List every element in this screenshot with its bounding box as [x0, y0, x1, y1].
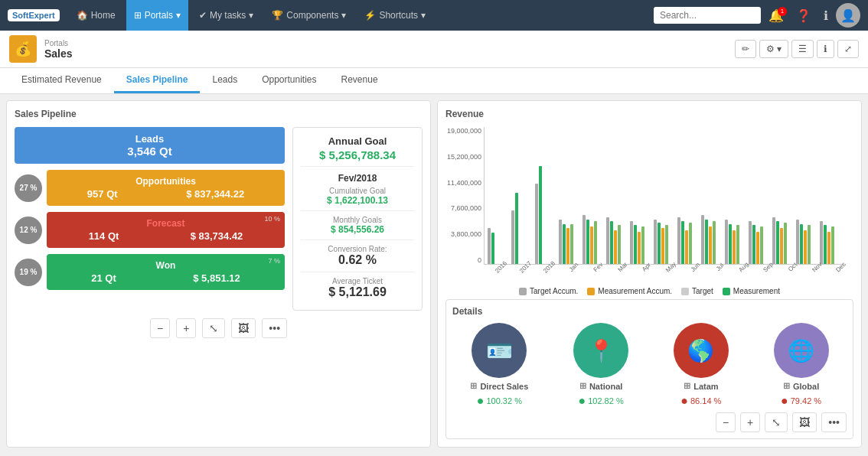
conversion-rate-value: 0.62 % — [301, 253, 414, 267]
nav-components[interactable]: 🏆 Components ▾ — [264, 0, 354, 31]
top-navigation: SoftExpert 🏠 Home ⊞ Portals ▾ ✔ My tasks… — [0, 0, 868, 31]
chart-bar — [736, 225, 739, 264]
edit-button[interactable]: ✏ — [735, 40, 756, 58]
help-icon[interactable]: ❓ — [791, 8, 816, 23]
opportunities-qty: 957 Qt — [87, 188, 118, 200]
fullscreen-button[interactable]: ⤢ — [837, 40, 859, 58]
zoom-out-button[interactable]: − — [150, 318, 170, 338]
detail-card: 🌎⊞ Latam● 86.14 % — [674, 323, 729, 408]
details-fit[interactable]: ⤡ — [765, 412, 788, 432]
chart-bars — [485, 127, 846, 264]
won-amount: $ 5,851.12 — [193, 272, 240, 284]
chart-bar — [784, 223, 787, 264]
info-icon[interactable]: ℹ — [819, 8, 833, 23]
chart-bar — [582, 215, 586, 264]
bar-group — [511, 193, 534, 264]
chart-bar — [539, 166, 542, 264]
funnel-opportunities-row: 27 % Opportunities 957 Qt $ 837,344.22 — [15, 170, 285, 206]
average-ticket-label: Average Ticket — [301, 277, 414, 285]
opportunities-pct: 27 % — [15, 174, 42, 202]
search-input[interactable] — [654, 7, 761, 24]
forecast-label: Forecast — [53, 218, 279, 229]
legend-target-accum: Target Accum. — [519, 287, 578, 295]
nav-home[interactable]: 🏠 Home — [69, 0, 123, 31]
revenue-chart: 19,000,000 15,200,000 11,400,000 7,600,0… — [484, 127, 846, 265]
monthly-goal-amount: $ 854,556.26 — [301, 224, 414, 235]
fit-button[interactable]: ⤡ — [202, 318, 225, 338]
more-button[interactable]: ••• — [262, 318, 287, 338]
tabs-bar: Estimated Revenue Sales Pipeline Leads O… — [0, 68, 868, 94]
info-detail-button[interactable]: ℹ — [817, 40, 834, 58]
chart-bar — [586, 220, 589, 264]
details-image[interactable]: 🖼 — [792, 412, 817, 432]
detail-card-pct: ● 86.14 % — [680, 394, 721, 408]
tab-leads[interactable]: Leads — [200, 68, 250, 93]
right-panel: Revenue 19,000,000 15,200,000 11,400,000… — [437, 100, 862, 448]
conversion-rate-label: Conversion Rate: — [301, 245, 414, 253]
won-pct: 19 % — [15, 259, 42, 286]
page-icon: 💰 — [9, 35, 37, 63]
tab-sales-pipeline[interactable]: Sales Pipeline — [114, 68, 201, 93]
revenue-section: Revenue 19,000,000 15,200,000 11,400,000… — [445, 109, 853, 293]
pipeline-toolbar: − + ⤡ 🖼 ••• — [15, 318, 423, 338]
image-button[interactable]: 🖼 — [231, 318, 256, 338]
bar-group — [772, 217, 795, 264]
tab-estimated-revenue[interactable]: Estimated Revenue — [9, 68, 114, 93]
chart-bar — [614, 230, 617, 264]
monthly-goal-label: Monthly Goals — [301, 216, 414, 224]
chart-bar — [729, 224, 732, 265]
chart-bar — [566, 228, 569, 264]
user-avatar[interactable]: 👤 — [836, 3, 860, 28]
leads-label: Leads — [24, 133, 276, 145]
chart-bar — [709, 226, 712, 264]
filter-button[interactable]: ☰ — [791, 40, 814, 58]
settings-button[interactable]: ⚙ ▾ — [759, 40, 788, 58]
pipeline-title: Sales Pipeline — [15, 109, 423, 119]
bar-group — [677, 217, 700, 264]
won-badge-pct: 7 % — [268, 257, 280, 265]
chart-bar — [515, 193, 518, 264]
opportunities-amount: $ 837,344.22 — [186, 188, 244, 200]
forecast-pct: 12 % — [15, 217, 42, 244]
bar-group — [606, 217, 629, 264]
chart-bar — [634, 225, 637, 264]
bar-group — [630, 221, 653, 264]
page-title-section: Portals Sales — [44, 39, 727, 60]
forecast-badge-pct: 10 % — [264, 215, 280, 223]
nav-tasks[interactable]: ✔ My tasks ▾ — [191, 0, 261, 31]
chart-bar — [606, 217, 609, 264]
chart-bar — [488, 228, 491, 264]
chart-bar — [658, 223, 661, 264]
legend-measurement-accum: Measurement Accum. — [587, 287, 672, 295]
chart-bar — [654, 220, 657, 264]
sales-pipeline-panel: Sales Pipeline Leads 3,546 Qt 27 % Oppor… — [6, 100, 431, 448]
details-more[interactable]: ••• — [821, 412, 847, 432]
details-zoom-out[interactable]: − — [716, 412, 736, 432]
cumulative-goal-label: Cumulative Goal — [301, 187, 414, 195]
chart-bar — [808, 225, 811, 264]
detail-card-name: ⊞ Direct Sales — [470, 381, 528, 391]
chart-bar — [594, 221, 597, 264]
revenue-title: Revenue — [445, 109, 853, 119]
details-zoom-in[interactable]: + — [740, 412, 760, 432]
funnel-forecast: Forecast 10 % 114 Qt $ 83,734.42 — [47, 212, 285, 248]
details-section: Details 🪪⊞ Direct Sales● 100.32 %📍⊞ Nati… — [445, 299, 853, 439]
tab-revenue[interactable]: Revenue — [329, 68, 390, 93]
annual-goal-amount: $ 5,256,788.34 — [301, 148, 414, 161]
chart-bar — [610, 221, 613, 264]
detail-card-pct: ● 79.42 % — [781, 394, 821, 408]
chart-bar — [831, 226, 834, 264]
main-content: Sales Pipeline Leads 3,546 Qt 27 % Oppor… — [0, 94, 868, 454]
chart-x-labels: 201620172018JanFevMarAprMayJunJulAugSepO… — [484, 265, 853, 272]
logo: SoftExpert — [8, 9, 60, 21]
pipeline-funnel: Leads 3,546 Qt 27 % Opportunities 957 Qt… — [15, 127, 285, 311]
chart-bar — [713, 221, 716, 264]
tab-opportunities[interactable]: Opportunities — [250, 68, 328, 93]
zoom-in-button[interactable]: + — [176, 318, 196, 338]
funnel-forecast-row: 12 % Forecast 10 % 114 Qt $ 83,734.42 — [15, 212, 285, 248]
chart-bar — [641, 226, 644, 264]
bar-group — [535, 166, 558, 264]
nav-portals[interactable]: ⊞ Portals ▾ — [126, 0, 188, 31]
notifications-icon[interactable]: 🔔1 — [764, 8, 788, 23]
nav-shortcuts[interactable]: ⚡ Shortcuts ▾ — [357, 0, 433, 31]
